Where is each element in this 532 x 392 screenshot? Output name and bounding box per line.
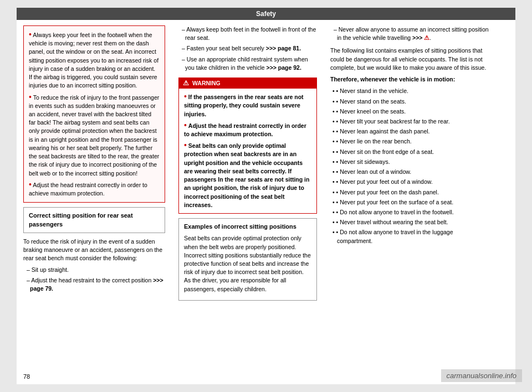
warning-triangle-icon: ⚠	[183, 79, 189, 87]
list-item: • Never stand in the vehicle.	[330, 87, 489, 95]
list-item: • Never lean out of a window.	[330, 168, 489, 176]
left-warning-box: • Always keep your feet in the footwell …	[23, 25, 165, 203]
left-body1: To reduce the risk of injury in the even…	[23, 238, 165, 263]
list-item: • Never put your feet out of a window.	[330, 178, 489, 186]
left-warning-item2: • To reduce the risk of injury to the fr…	[29, 93, 160, 178]
col-left: • Always keep your feet in the footwell …	[23, 25, 173, 305]
bullet-list: • Never stand in the vehicle.• Never sta…	[330, 87, 489, 245]
bullet-icon-1: •	[29, 30, 32, 39]
list-item: • Never sit on the front edge of a seat.	[330, 148, 489, 156]
warning-item3: • Seat belts can only provide optimal pr…	[184, 141, 311, 209]
warning-item1: • If the passengers in the rear seats ar…	[184, 92, 311, 118]
content-area: • Always keep your feet in the footwell …	[17, 25, 515, 305]
page-number: 78	[23, 373, 30, 380]
header-title: Safety	[256, 10, 276, 18]
list-item: • Do not allow anyone to travel in the f…	[330, 208, 489, 216]
example-body: Seat belts can provide optimal protectio…	[184, 234, 311, 293]
bullet-icon-2: •	[29, 92, 32, 101]
warning-bullet2: •	[184, 121, 187, 130]
example-box: Examples of incorrect sitting positions …	[178, 218, 317, 301]
list-item: • Do not allow anyone to travel in the l…	[330, 228, 489, 245]
mid-dash1: – Always keep both feet in the footwell …	[178, 25, 317, 42]
list-item: • Never tilt your seat backrest far to t…	[330, 117, 489, 126]
header-bar: Safety	[17, 8, 515, 20]
warning-bullet3: •	[184, 141, 187, 149]
left-dash2: – Adjust the head restraint to the corre…	[23, 276, 165, 293]
warning-symbol: ⚠	[424, 34, 429, 41]
list-item: • Never kneel on the seats.	[330, 107, 489, 116]
right-dash1: – Never allow anyone to assume an incorr…	[330, 25, 489, 42]
list-item: • Never travel without wearing the seat …	[330, 218, 489, 226]
list-item: • Never put your feet on the surface of …	[330, 198, 489, 207]
left-warning-item1: • Always keep your feet in the footwell …	[29, 30, 160, 90]
page: Safety • Always keep your feet in the fo…	[17, 8, 515, 384]
correct-sitting-heading: Correct sitting position for rear seat p…	[23, 207, 165, 233]
example-box-title: Examples of incorrect sitting positions	[184, 223, 311, 231]
list-item: • Never sit sideways.	[330, 158, 489, 166]
warning-header: ⚠ WARNING	[178, 78, 317, 89]
left-dash1: – Sit up straight.	[23, 266, 165, 274]
warning-content: • If the passengers in the rear seats ar…	[178, 89, 317, 214]
list-item: • Never lie on the rear bench.	[330, 137, 489, 146]
left-warning-item3: • Adjust the head restraint correctly in…	[29, 180, 160, 198]
col-mid: – Always keep both feet in the footwell …	[173, 25, 323, 305]
list-item: • Never stand on the seats.	[330, 97, 489, 106]
warning-item2: • Adjust the head restraint correctly in…	[184, 121, 311, 138]
right-bold-section: Therefore, whenever the vehicle is in mo…	[330, 75, 489, 84]
list-item: • Never put your feet on the dash panel.	[330, 188, 489, 197]
warning-bullet1: •	[184, 92, 187, 101]
warning-block: ⚠ WARNING • If the passengers in the rea…	[178, 78, 317, 214]
right-following: The following list contains examples of …	[330, 47, 489, 72]
col-right: – Never allow anyone to assume an incorr…	[323, 25, 489, 305]
mid-dash2: – Fasten your seat belt securely >>> pag…	[178, 44, 317, 53]
bullet-icon-3: •	[29, 180, 32, 189]
mid-dash3: – Use an appropriate child restraint sys…	[178, 55, 317, 72]
list-item: • Never lean against the dash panel.	[330, 127, 489, 136]
